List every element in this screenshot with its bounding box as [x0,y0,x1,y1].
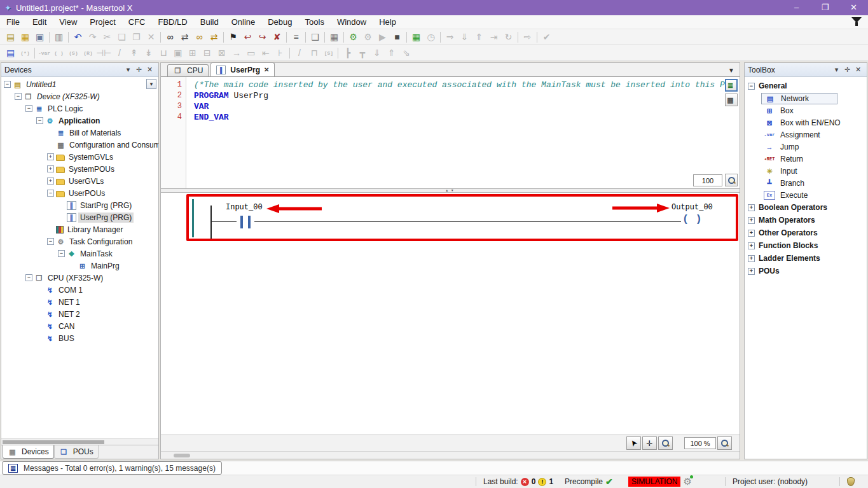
menu-help[interactable]: Help [373,15,403,29]
tree-item-mainprg[interactable]: ⊞MainPrg [1,260,158,272]
tree-expander[interactable]: + [47,178,54,185]
project-combo-dropdown[interactable]: ▾ [146,79,156,89]
add-object-button[interactable]: ❑ [308,30,322,44]
tree-expander[interactable]: + [47,153,54,160]
toolbox-item-network[interactable]: ▤Network [745,92,867,104]
menu-view[interactable]: View [53,15,83,29]
bottom-tab-devices[interactable]: ▦Devices [3,445,54,459]
tree-item-bus[interactable]: ↯BUS [1,332,158,344]
toolbox-group-ladder-elements[interactable]: +Ladder Elements [745,252,867,265]
group-expander[interactable]: + [748,204,755,211]
text-view-button[interactable]: ≣ [725,79,738,92]
close-button[interactable]: ✕ [839,0,868,15]
scrollbar-thumb[interactable] [174,454,190,457]
properties-button[interactable]: ≡ [289,30,303,44]
toolbox-item-jump[interactable]: →Jump [745,141,867,153]
zoom-tool-button[interactable] [658,436,673,450]
tree-item-bill-of-materials[interactable]: ≣Bill of Materials [1,127,158,139]
st-code-editor[interactable]: 1234 (*The main code inserted by the use… [161,77,740,189]
tree-item-userprg-prg[interactable]: ∥UserPrg (PRG) [1,211,158,223]
group-expander[interactable]: + [748,255,755,262]
tree-item-userpous[interactable]: −UserPOUs [1,187,158,199]
tree-item-can[interactable]: ↯CAN [1,320,158,332]
toolbox-group-function-blocks[interactable]: +Function Blocks [745,239,867,252]
editor-tab-userprg[interactable]: ∥UserPrg✕ [210,62,275,76]
bottom-tab-pous[interactable]: ❏POUs [54,445,99,459]
code-lines[interactable]: (*The main code inserted by the user and… [186,77,740,188]
visualization-button[interactable]: ▦ [327,30,341,44]
menu-cfc[interactable]: CFC [122,15,152,29]
tab-list-dropdown-icon[interactable]: ▼ [728,67,734,74]
zoom-fit-button[interactable] [717,436,732,450]
tree-item-library-manager[interactable]: Library Manager [1,223,158,235]
toggle-bookmark-button[interactable]: ⚑ [226,30,240,44]
tree-expander[interactable]: − [58,250,65,257]
ladder-zoom-value[interactable]: 100 % [684,437,716,449]
group-expander[interactable]: + [748,217,755,224]
previous-bookmark-button[interactable]: ↩ [240,30,255,44]
tree-item-maintask[interactable]: −❖MainTask [1,247,158,260]
menu-window[interactable]: Window [331,15,373,29]
tree-expander[interactable]: − [47,190,54,197]
panel-dropdown-icon[interactable]: ▾ [831,66,842,74]
save-project-button[interactable]: ▣ [32,30,47,44]
tree-expander[interactable]: + [47,165,54,172]
maximize-button[interactable]: ❐ [811,0,839,15]
open-project-button[interactable]: ▦ [18,30,32,44]
new-project-button[interactable]: ▤ [3,30,18,44]
toolbox-item-return[interactable]: ◂RETReturn [745,153,867,165]
tree-expander[interactable]: − [15,93,22,100]
toolbox-item-box-with-en-eno[interactable]: ⊠Box with EN/ENO [745,116,867,129]
tree-item-startprg-prg[interactable]: ∥StartPrg (PRG) [1,199,158,211]
menu-debug[interactable]: Debug [261,15,298,29]
toolbox-group-pous[interactable]: +POUs [745,265,867,277]
contact-symbol[interactable] [237,214,254,230]
tree-expander[interactable]: − [36,117,43,124]
find-in-files-button[interactable]: ∞ [192,30,207,44]
toolbox-group-other-operators[interactable]: +Other Operators [745,227,867,239]
toolbox-group-math-operators[interactable]: +Math Operators [745,214,867,227]
menu-edit[interactable]: Edit [26,15,53,29]
menu-project[interactable]: Project [83,15,121,29]
close-icon[interactable]: ✕ [144,66,155,74]
menu-online[interactable]: Online [225,15,262,29]
find-button[interactable]: ∞ [163,30,177,44]
simulation-mode-button[interactable]: ▦ [409,30,424,44]
tree-item-systemgvls[interactable]: +SystemGVLs [1,151,158,163]
tree-expander[interactable]: − [25,274,32,281]
tree-expander[interactable]: − [25,105,32,112]
login-button[interactable]: ⚙ [346,30,361,44]
tree-item-usergvls[interactable]: +UserGVLs [1,175,158,187]
menu-build[interactable]: Build [194,15,225,29]
coil-label[interactable]: Output_00 [670,203,714,212]
replace-button[interactable]: ⇄ [177,30,192,44]
tree-item-device-xf325-w[interactable]: −❒Device (XF325-W) [1,90,158,102]
undo-button[interactable]: ↶ [71,30,85,44]
toolbox-item-box[interactable]: ⊞Box [745,104,867,116]
scrollbar-thumb[interactable] [3,440,104,444]
tree-item-net-1[interactable]: ↯NET 1 [1,296,158,308]
editor-tab-cpu[interactable]: ❒CPU [167,64,209,76]
pan-tool-button[interactable]: ✛ [642,436,657,450]
select-tool-button[interactable]: ➤ [626,436,641,450]
coil-symbol[interactable]: ( ) [681,213,703,225]
close-tab-icon[interactable]: ✕ [264,66,269,73]
print-button[interactable]: ▥ [52,30,66,44]
tree-item-task-configuration[interactable]: −⚙Task Configuration [1,235,158,247]
tree-item-untitled1[interactable]: −▤Untitled1 [1,78,158,90]
close-icon[interactable]: ✕ [853,66,864,74]
toolbox-item-execute[interactable]: ExExecute [745,189,867,201]
group-expander[interactable]: + [748,242,755,249]
menu-fbd-ld[interactable]: FBD/LD [152,15,194,29]
minimize-button[interactable]: – [782,0,811,15]
pin-icon[interactable]: ✛ [134,66,144,74]
tree-expander[interactable]: − [4,81,11,88]
next-bookmark-button[interactable]: ↪ [255,30,270,44]
panel-dropdown-icon[interactable]: ▾ [123,66,134,74]
tree-item-plc-logic[interactable]: −≣PLC Logic [1,102,158,115]
toolbox-item-assignment[interactable]: -varAssignment [745,129,867,141]
toolbox-item-input[interactable]: ✳Input [745,165,867,177]
tree-expander[interactable]: − [47,238,54,245]
replace-in-files-button[interactable]: ⇄ [207,30,221,44]
filter-icon[interactable] [851,17,862,27]
